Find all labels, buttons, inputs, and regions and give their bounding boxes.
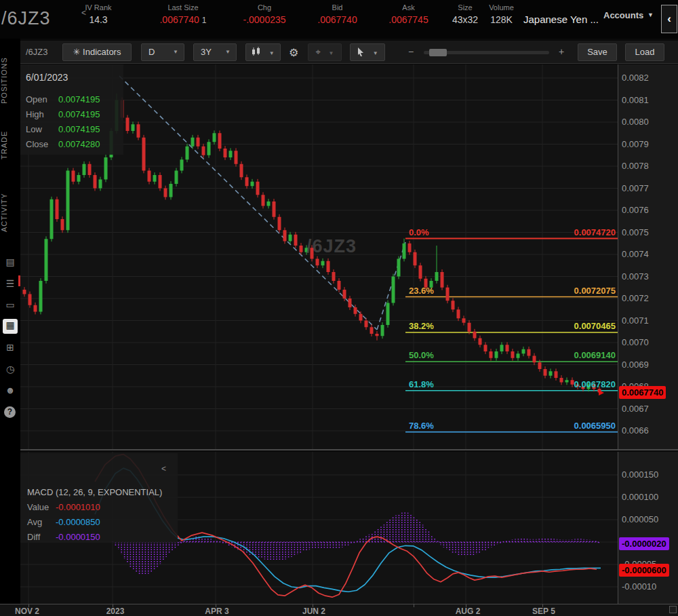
monitor-icon[interactable]: ▭ bbox=[0, 299, 20, 310]
time-label: NOV 2 bbox=[15, 607, 39, 616]
candle bbox=[245, 177, 249, 186]
candle bbox=[327, 261, 330, 272]
chevron-down-icon[interactable]: ▼ bbox=[647, 12, 654, 18]
candle bbox=[484, 345, 487, 351]
zoom-slider-handle[interactable] bbox=[429, 49, 447, 56]
ohlc-tooltip: 6/01/2023 Open0.0074195 High0.0074195 Lo… bbox=[20, 64, 123, 155]
candle bbox=[267, 201, 271, 206]
candle bbox=[197, 138, 200, 147]
candle bbox=[273, 201, 276, 217]
macd-diff-row: Diff-0.0000150 bbox=[27, 532, 171, 542]
crosshair-dropdown[interactable]: ⌖ ▼ bbox=[308, 43, 342, 61]
candle bbox=[370, 327, 374, 334]
candle bbox=[170, 184, 173, 197]
tab-positions[interactable]: POSITIONS bbox=[0, 48, 20, 113]
candle bbox=[180, 159, 184, 170]
time-axis[interactable]: NOV 22023APR 3JUN 2AUG 2SEP 5 bbox=[0, 604, 678, 616]
grid-icon[interactable]: ⊞ bbox=[0, 342, 20, 353]
chart-icon[interactable]: ▦ bbox=[0, 320, 20, 330]
candle bbox=[479, 339, 482, 345]
gear-icon[interactable]: ⚙ bbox=[289, 46, 298, 59]
chevron-down-icon: ▼ bbox=[269, 50, 275, 56]
candle bbox=[164, 189, 167, 197]
fib-pct-label: 50.0% bbox=[409, 350, 434, 360]
price-tick: 0.0081 bbox=[622, 95, 649, 105]
indicators-button[interactable]: ✳ Indicators bbox=[62, 43, 132, 61]
zoom-in-button[interactable]: + bbox=[559, 46, 564, 57]
chevron-down-icon: ▼ bbox=[329, 50, 334, 56]
cursor-dropdown[interactable]: ▼ bbox=[350, 43, 385, 61]
save-button[interactable]: Save bbox=[578, 43, 617, 61]
field-iv-rank: IV Rank 14.3 bbox=[71, 3, 125, 25]
price-tick: 0.0073 bbox=[622, 271, 649, 282]
candle bbox=[56, 199, 59, 219]
last-price-badge: 0.0067740 bbox=[619, 386, 666, 399]
axis-settings-icon[interactable] bbox=[669, 606, 677, 613]
candle bbox=[316, 259, 319, 266]
history-icon[interactable]: ◷ bbox=[0, 364, 20, 374]
price-tick: 0.0066 bbox=[622, 425, 649, 436]
candle bbox=[294, 235, 298, 246]
collapse-study-button[interactable]: < bbox=[161, 464, 166, 474]
candle bbox=[262, 195, 265, 206]
candle bbox=[359, 314, 363, 321]
candle bbox=[376, 334, 379, 336]
fib-pct-label: 0.0% bbox=[409, 227, 429, 237]
price-tick: 0.0080 bbox=[622, 117, 649, 127]
header: /6JZ3 IV Rank 14.3 Last Size .00677401 C… bbox=[0, 0, 678, 39]
load-button[interactable]: Load bbox=[625, 43, 664, 61]
candle bbox=[348, 299, 352, 307]
tab-trade[interactable]: TRADE bbox=[0, 121, 20, 169]
candle bbox=[148, 171, 151, 182]
time-label: AUG 2 bbox=[456, 607, 481, 616]
candle bbox=[45, 239, 48, 281]
chart-watermark: /6JZ3 bbox=[306, 236, 357, 257]
low-row: Low0.0074195 bbox=[26, 124, 118, 134]
help-icon[interactable]: ? bbox=[4, 406, 16, 418]
field-last-size: Last Size .00677401 bbox=[142, 3, 224, 25]
candle bbox=[414, 252, 417, 266]
time-label: APR 3 bbox=[205, 607, 228, 616]
macd-value-badge: -0.0000020 bbox=[619, 537, 669, 550]
collapse-tooltip-button[interactable]: < bbox=[81, 8, 86, 18]
timeframe-dropdown[interactable]: D ▼ bbox=[141, 43, 184, 61]
people-icon[interactable]: ☻ bbox=[0, 385, 20, 396]
price-tick: 0.0077 bbox=[622, 183, 649, 193]
candle bbox=[94, 175, 97, 189]
chevron-down-icon: ▼ bbox=[225, 44, 231, 60]
fib-pct-label: 23.6% bbox=[409, 286, 434, 296]
panel-divider[interactable] bbox=[20, 449, 678, 450]
indicators-icon: ✳ bbox=[73, 47, 81, 57]
candle bbox=[88, 164, 92, 175]
candle bbox=[549, 371, 553, 376]
left-sidebar: POSITIONS TRADE ACTIVITY ▤☰▭▦⊞◷☻? bbox=[0, 39, 20, 616]
chart-type-dropdown[interactable]: ▼ bbox=[245, 43, 281, 61]
candle bbox=[235, 151, 238, 164]
candle bbox=[283, 230, 287, 241]
candle bbox=[321, 261, 325, 266]
candle bbox=[392, 277, 395, 303]
accounts-menu[interactable]: Accounts bbox=[603, 10, 643, 20]
macd-value-row: Value-0.0001010 bbox=[27, 502, 171, 512]
candle bbox=[104, 157, 108, 180]
watchlist-icon[interactable]: ☰ bbox=[0, 278, 20, 289]
price-tick: 0.0078 bbox=[622, 161, 649, 171]
fib-price-label: 0.0070465 bbox=[515, 321, 616, 331]
collapse-panel-button[interactable]: ‹ bbox=[661, 5, 677, 33]
candle bbox=[28, 294, 32, 305]
candle bbox=[240, 164, 243, 178]
price-tick: 0.0076 bbox=[622, 205, 649, 215]
candle bbox=[338, 281, 341, 290]
range-dropdown[interactable]: 3Y ▼ bbox=[193, 43, 237, 61]
candle bbox=[452, 301, 455, 309]
pointer-icon bbox=[357, 47, 365, 56]
candle bbox=[457, 309, 460, 318]
price-tick: 0.0067 bbox=[622, 404, 649, 414]
zoom-out-button[interactable]: − bbox=[408, 46, 414, 57]
tab-activity[interactable]: ACTIVITY bbox=[0, 185, 20, 239]
trading-app: /6JZ3 IV Rank 14.3 Last Size .00677401 C… bbox=[0, 0, 678, 616]
candle bbox=[555, 371, 558, 378]
candle bbox=[419, 265, 422, 279]
news-icon[interactable]: ▤ bbox=[0, 256, 20, 267]
field-volume: Volume 128K bbox=[483, 3, 520, 25]
